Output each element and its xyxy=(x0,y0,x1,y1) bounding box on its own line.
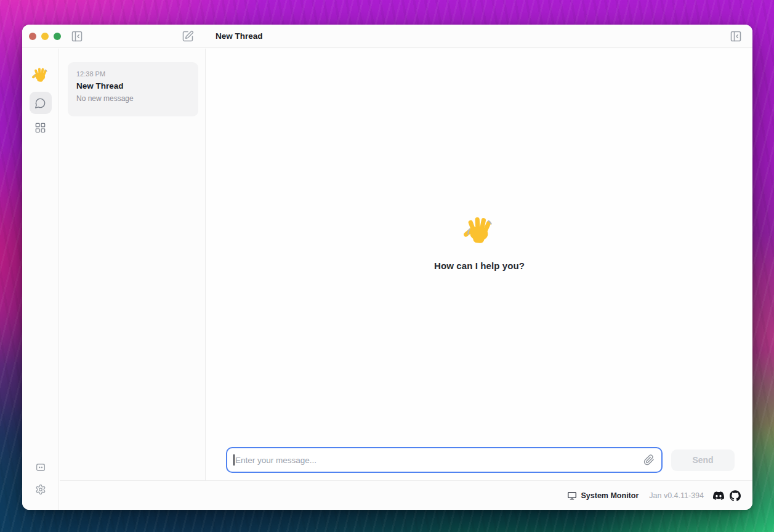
thread-time: 12:38 PM xyxy=(76,70,190,78)
greeting-text: How can I help you? xyxy=(434,260,525,271)
titlebar: New Thread xyxy=(22,25,752,48)
system-monitor-toggle[interactable]: System Monitor xyxy=(567,491,639,501)
sidebar-item-local-api-server[interactable] xyxy=(31,458,50,477)
zoom-window-button[interactable] xyxy=(54,33,61,40)
sidebar-item-settings[interactable] xyxy=(31,480,50,499)
thread-last-message: No new message xyxy=(76,94,190,103)
message-input[interactable] xyxy=(226,447,663,473)
chat-bubble-icon xyxy=(34,97,46,109)
status-bar: System Monitor Jan v0.4.11-394 xyxy=(60,480,752,510)
collapse-right-panel-icon[interactable] xyxy=(730,30,742,42)
attach-file-icon[interactable] xyxy=(643,454,655,465)
thread-list-item[interactable]: 12:38 PM New Thread No new message xyxy=(68,62,198,116)
page-title: New Thread xyxy=(216,25,263,48)
chat-main-panel: How can I help you? Send xyxy=(206,49,752,480)
sidebar-item-hub[interactable] xyxy=(30,116,52,139)
collapse-left-panel-icon[interactable] xyxy=(71,30,83,42)
waving-hand-emoji xyxy=(464,214,496,246)
local-api-server-icon xyxy=(35,462,46,473)
message-composer: Send xyxy=(226,447,735,473)
new-thread-compose-icon[interactable] xyxy=(182,30,194,42)
text-caret xyxy=(233,454,235,465)
jan-app-window: New Thread xyxy=(22,25,752,510)
sidebar-item-threads[interactable] xyxy=(30,92,52,114)
thread-list-panel: 12:38 PM New Thread No new message xyxy=(60,49,206,480)
minimize-window-button[interactable] xyxy=(41,33,49,40)
github-icon[interactable] xyxy=(730,490,741,501)
discord-icon[interactable] xyxy=(713,490,724,501)
left-icon-rail xyxy=(22,49,59,510)
gear-icon xyxy=(35,484,46,495)
empty-thread-hero: How can I help you? xyxy=(206,214,752,271)
wave-emoji-icon xyxy=(32,66,49,83)
system-monitor-label: System Monitor xyxy=(581,491,639,500)
send-button[interactable]: Send xyxy=(671,449,735,471)
thread-title: New Thread xyxy=(76,81,190,91)
close-window-button[interactable] xyxy=(29,33,36,40)
app-version: Jan v0.4.11-394 xyxy=(649,491,704,500)
grid-icon xyxy=(34,122,46,134)
monitor-icon xyxy=(567,491,577,501)
